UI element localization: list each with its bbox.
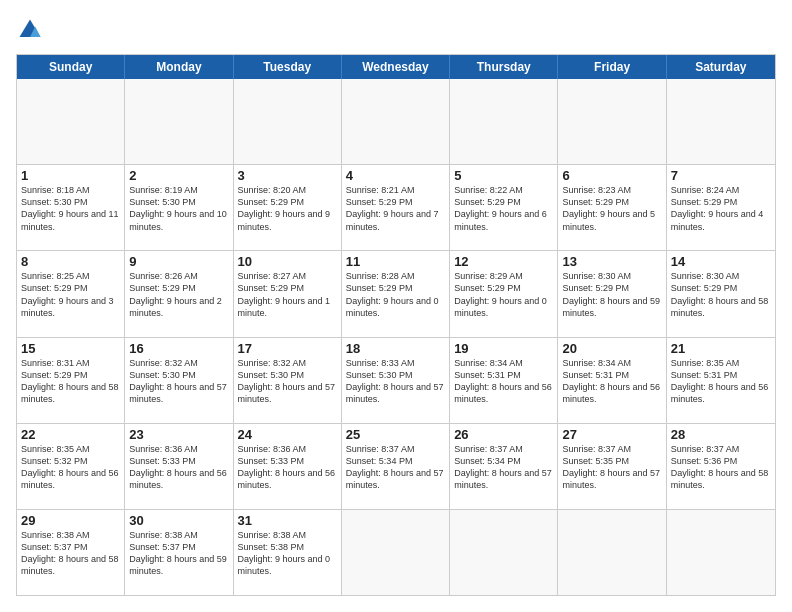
header-day-tuesday: Tuesday (234, 55, 342, 79)
day-number: 31 (238, 513, 337, 528)
calendar-cell (125, 79, 233, 164)
calendar-cell: 10Sunrise: 8:27 AMSunset: 5:29 PMDayligh… (234, 251, 342, 336)
calendar-row-4: 22Sunrise: 8:35 AMSunset: 5:32 PMDayligh… (17, 423, 775, 509)
day-number: 19 (454, 341, 553, 356)
cell-info: Sunrise: 8:37 AMSunset: 5:35 PMDaylight:… (562, 443, 661, 492)
calendar-cell: 8Sunrise: 8:25 AMSunset: 5:29 PMDaylight… (17, 251, 125, 336)
calendar-row-3: 15Sunrise: 8:31 AMSunset: 5:29 PMDayligh… (17, 337, 775, 423)
calendar-cell: 30Sunrise: 8:38 AMSunset: 5:37 PMDayligh… (125, 510, 233, 595)
calendar-cell: 5Sunrise: 8:22 AMSunset: 5:29 PMDaylight… (450, 165, 558, 250)
cell-info: Sunrise: 8:31 AMSunset: 5:29 PMDaylight:… (21, 357, 120, 406)
cell-info: Sunrise: 8:37 AMSunset: 5:36 PMDaylight:… (671, 443, 771, 492)
day-number: 27 (562, 427, 661, 442)
calendar-row-2: 8Sunrise: 8:25 AMSunset: 5:29 PMDaylight… (17, 250, 775, 336)
day-number: 24 (238, 427, 337, 442)
header-day-friday: Friday (558, 55, 666, 79)
calendar-cell: 14Sunrise: 8:30 AMSunset: 5:29 PMDayligh… (667, 251, 775, 336)
header (16, 16, 776, 44)
calendar-cell: 19Sunrise: 8:34 AMSunset: 5:31 PMDayligh… (450, 338, 558, 423)
day-number: 20 (562, 341, 661, 356)
calendar-cell: 4Sunrise: 8:21 AMSunset: 5:29 PMDaylight… (342, 165, 450, 250)
cell-info: Sunrise: 8:29 AMSunset: 5:29 PMDaylight:… (454, 270, 553, 319)
calendar-cell (667, 510, 775, 595)
cell-info: Sunrise: 8:36 AMSunset: 5:33 PMDaylight:… (129, 443, 228, 492)
calendar: SundayMondayTuesdayWednesdayThursdayFrid… (16, 54, 776, 596)
calendar-cell: 13Sunrise: 8:30 AMSunset: 5:29 PMDayligh… (558, 251, 666, 336)
header-day-wednesday: Wednesday (342, 55, 450, 79)
calendar-header: SundayMondayTuesdayWednesdayThursdayFrid… (17, 55, 775, 79)
calendar-cell (342, 79, 450, 164)
calendar-cell (342, 510, 450, 595)
calendar-cell (558, 79, 666, 164)
page: SundayMondayTuesdayWednesdayThursdayFrid… (0, 0, 792, 612)
cell-info: Sunrise: 8:30 AMSunset: 5:29 PMDaylight:… (562, 270, 661, 319)
calendar-cell: 22Sunrise: 8:35 AMSunset: 5:32 PMDayligh… (17, 424, 125, 509)
calendar-cell: 29Sunrise: 8:38 AMSunset: 5:37 PMDayligh… (17, 510, 125, 595)
day-number: 3 (238, 168, 337, 183)
calendar-cell (234, 79, 342, 164)
calendar-cell: 16Sunrise: 8:32 AMSunset: 5:30 PMDayligh… (125, 338, 233, 423)
header-day-thursday: Thursday (450, 55, 558, 79)
calendar-cell: 11Sunrise: 8:28 AMSunset: 5:29 PMDayligh… (342, 251, 450, 336)
calendar-cell: 26Sunrise: 8:37 AMSunset: 5:34 PMDayligh… (450, 424, 558, 509)
calendar-cell: 7Sunrise: 8:24 AMSunset: 5:29 PMDaylight… (667, 165, 775, 250)
cell-info: Sunrise: 8:34 AMSunset: 5:31 PMDaylight:… (454, 357, 553, 406)
calendar-cell: 1Sunrise: 8:18 AMSunset: 5:30 PMDaylight… (17, 165, 125, 250)
calendar-cell: 27Sunrise: 8:37 AMSunset: 5:35 PMDayligh… (558, 424, 666, 509)
cell-info: Sunrise: 8:37 AMSunset: 5:34 PMDaylight:… (346, 443, 445, 492)
calendar-cell: 17Sunrise: 8:32 AMSunset: 5:30 PMDayligh… (234, 338, 342, 423)
calendar-cell: 25Sunrise: 8:37 AMSunset: 5:34 PMDayligh… (342, 424, 450, 509)
cell-info: Sunrise: 8:37 AMSunset: 5:34 PMDaylight:… (454, 443, 553, 492)
day-number: 5 (454, 168, 553, 183)
day-number: 23 (129, 427, 228, 442)
day-number: 14 (671, 254, 771, 269)
cell-info: Sunrise: 8:23 AMSunset: 5:29 PMDaylight:… (562, 184, 661, 233)
cell-info: Sunrise: 8:22 AMSunset: 5:29 PMDaylight:… (454, 184, 553, 233)
cell-info: Sunrise: 8:24 AMSunset: 5:29 PMDaylight:… (671, 184, 771, 233)
calendar-row-1: 1Sunrise: 8:18 AMSunset: 5:30 PMDaylight… (17, 164, 775, 250)
calendar-cell: 9Sunrise: 8:26 AMSunset: 5:29 PMDaylight… (125, 251, 233, 336)
calendar-cell (450, 510, 558, 595)
cell-info: Sunrise: 8:33 AMSunset: 5:30 PMDaylight:… (346, 357, 445, 406)
cell-info: Sunrise: 8:26 AMSunset: 5:29 PMDaylight:… (129, 270, 228, 319)
cell-info: Sunrise: 8:34 AMSunset: 5:31 PMDaylight:… (562, 357, 661, 406)
day-number: 16 (129, 341, 228, 356)
cell-info: Sunrise: 8:30 AMSunset: 5:29 PMDaylight:… (671, 270, 771, 319)
calendar-cell: 21Sunrise: 8:35 AMSunset: 5:31 PMDayligh… (667, 338, 775, 423)
day-number: 10 (238, 254, 337, 269)
day-number: 8 (21, 254, 120, 269)
logo-icon (16, 16, 44, 44)
header-day-monday: Monday (125, 55, 233, 79)
calendar-cell (17, 79, 125, 164)
calendar-cell: 2Sunrise: 8:19 AMSunset: 5:30 PMDaylight… (125, 165, 233, 250)
day-number: 21 (671, 341, 771, 356)
cell-info: Sunrise: 8:38 AMSunset: 5:37 PMDaylight:… (21, 529, 120, 578)
calendar-cell (558, 510, 666, 595)
day-number: 17 (238, 341, 337, 356)
day-number: 18 (346, 341, 445, 356)
day-number: 9 (129, 254, 228, 269)
calendar-row-5: 29Sunrise: 8:38 AMSunset: 5:37 PMDayligh… (17, 509, 775, 595)
day-number: 2 (129, 168, 228, 183)
cell-info: Sunrise: 8:38 AMSunset: 5:38 PMDaylight:… (238, 529, 337, 578)
calendar-body: 1Sunrise: 8:18 AMSunset: 5:30 PMDaylight… (17, 79, 775, 595)
calendar-row-0 (17, 79, 775, 164)
calendar-cell (450, 79, 558, 164)
calendar-cell (667, 79, 775, 164)
cell-info: Sunrise: 8:20 AMSunset: 5:29 PMDaylight:… (238, 184, 337, 233)
calendar-cell: 24Sunrise: 8:36 AMSunset: 5:33 PMDayligh… (234, 424, 342, 509)
day-number: 12 (454, 254, 553, 269)
calendar-cell: 18Sunrise: 8:33 AMSunset: 5:30 PMDayligh… (342, 338, 450, 423)
cell-info: Sunrise: 8:35 AMSunset: 5:32 PMDaylight:… (21, 443, 120, 492)
calendar-cell: 6Sunrise: 8:23 AMSunset: 5:29 PMDaylight… (558, 165, 666, 250)
cell-info: Sunrise: 8:21 AMSunset: 5:29 PMDaylight:… (346, 184, 445, 233)
cell-info: Sunrise: 8:32 AMSunset: 5:30 PMDaylight:… (238, 357, 337, 406)
day-number: 4 (346, 168, 445, 183)
day-number: 28 (671, 427, 771, 442)
calendar-cell: 28Sunrise: 8:37 AMSunset: 5:36 PMDayligh… (667, 424, 775, 509)
calendar-cell: 15Sunrise: 8:31 AMSunset: 5:29 PMDayligh… (17, 338, 125, 423)
day-number: 13 (562, 254, 661, 269)
calendar-cell: 12Sunrise: 8:29 AMSunset: 5:29 PMDayligh… (450, 251, 558, 336)
day-number: 1 (21, 168, 120, 183)
cell-info: Sunrise: 8:36 AMSunset: 5:33 PMDaylight:… (238, 443, 337, 492)
